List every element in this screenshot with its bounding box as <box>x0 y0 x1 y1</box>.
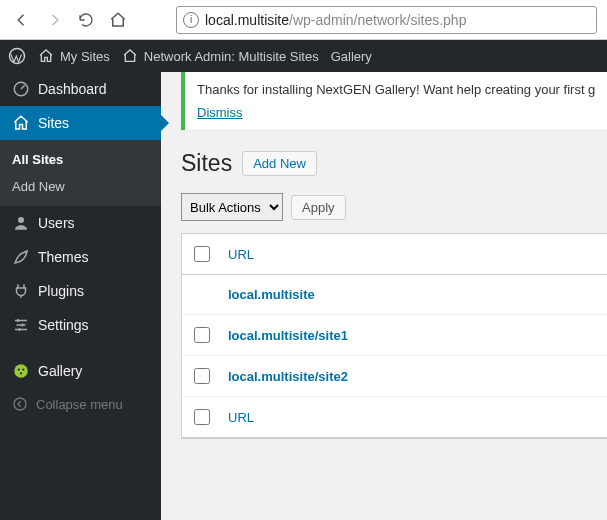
menu-plugins-label: Plugins <box>38 283 84 299</box>
menu-gallery[interactable]: Gallery <box>0 354 161 388</box>
menu-sites-submenu: All Sites Add New <box>0 140 161 206</box>
collapse-menu-label: Collapse menu <box>36 397 123 412</box>
menu-sites[interactable]: Sites <box>0 106 161 140</box>
url-bar[interactable]: i local.multisite/wp-admin/network/sites… <box>176 6 597 34</box>
menu-themes-label: Themes <box>38 249 89 265</box>
table-row: local.multisite/site1 <box>182 315 607 356</box>
wp-admin-bar: My Sites Network Admin: Multisite Sites … <box>0 40 607 72</box>
add-new-site-button[interactable]: Add New <box>242 151 317 176</box>
gallery-icon <box>12 362 30 380</box>
site-link[interactable]: local.multisite/site1 <box>228 328 348 343</box>
menu-sites-label: Sites <box>38 115 69 131</box>
wp-logo[interactable] <box>8 47 26 65</box>
url-text: local.multisite/wp-admin/network/sites.p… <box>205 12 466 28</box>
menu-dashboard[interactable]: Dashboard <box>0 72 161 106</box>
sites-table: URL local.multisite local.multisite/site… <box>181 233 607 439</box>
table-row: local.multisite <box>182 275 607 315</box>
submenu-add-new[interactable]: Add New <box>0 173 161 200</box>
admin-sidebar: Dashboard Sites All Sites Add New Users … <box>0 72 161 520</box>
menu-themes[interactable]: Themes <box>0 240 161 274</box>
plugins-icon <box>12 282 30 300</box>
back-button[interactable] <box>10 8 34 32</box>
menu-settings[interactable]: Settings <box>0 308 161 342</box>
menu-plugins[interactable]: Plugins <box>0 274 161 308</box>
collapse-menu[interactable]: Collapse menu <box>0 388 161 420</box>
content-area: Thanks for installing NextGEN Gallery! W… <box>161 72 607 520</box>
site-info-icon[interactable]: i <box>183 12 199 28</box>
menu-gallery-label: Gallery <box>38 363 82 379</box>
sites-icon <box>12 114 30 132</box>
notice-dismiss-link[interactable]: Dismiss <box>197 105 243 120</box>
svg-point-7 <box>14 398 26 410</box>
dashboard-icon <box>12 80 30 98</box>
home-button[interactable] <box>106 8 130 32</box>
table-header-row: URL <box>182 234 607 275</box>
select-all-checkbox[interactable] <box>194 246 210 262</box>
collapse-icon <box>12 396 28 412</box>
adminbar-my-sites-label: My Sites <box>60 49 110 64</box>
notice-text: Thanks for installing NextGEN Gallery! W… <box>197 82 595 97</box>
site-link[interactable]: local.multisite/site2 <box>228 369 348 384</box>
svg-point-3 <box>14 364 28 378</box>
submenu-all-sites[interactable]: All Sites <box>0 146 161 173</box>
svg-point-2 <box>18 217 24 223</box>
svg-point-4 <box>18 368 20 370</box>
forward-button[interactable] <box>42 8 66 32</box>
table-row: local.multisite/site2 <box>182 356 607 397</box>
users-icon <box>12 214 30 232</box>
apply-button[interactable]: Apply <box>291 195 346 220</box>
reload-button[interactable] <box>74 8 98 32</box>
settings-icon <box>12 316 30 334</box>
adminbar-gallery-label: Gallery <box>331 49 372 64</box>
row-checkbox[interactable] <box>194 327 210 343</box>
site-link[interactable]: local.multisite <box>228 287 315 302</box>
page-title: Sites <box>181 150 232 177</box>
select-all-footer-checkbox[interactable] <box>194 409 210 425</box>
admin-notice: Thanks for installing NextGEN Gallery! W… <box>181 72 607 130</box>
browser-toolbar: i local.multisite/wp-admin/network/sites… <box>0 0 607 40</box>
adminbar-network-admin[interactable]: Network Admin: Multisite Sites <box>122 48 319 64</box>
adminbar-gallery[interactable]: Gallery <box>331 49 372 64</box>
current-menu-arrow <box>161 115 169 131</box>
menu-settings-label: Settings <box>38 317 89 333</box>
bulk-actions-select[interactable]: Bulk Actions <box>181 193 283 221</box>
adminbar-network-admin-label: Network Admin: Multisite Sites <box>144 49 319 64</box>
svg-point-6 <box>20 372 22 374</box>
row-checkbox[interactable] <box>194 368 210 384</box>
svg-point-5 <box>22 368 24 370</box>
menu-users[interactable]: Users <box>0 206 161 240</box>
themes-icon <box>12 248 30 266</box>
column-url-footer[interactable]: URL <box>228 410 254 425</box>
menu-dashboard-label: Dashboard <box>38 81 107 97</box>
table-footer-row: URL <box>182 397 607 438</box>
column-url-header[interactable]: URL <box>228 247 254 262</box>
menu-users-label: Users <box>38 215 75 231</box>
adminbar-my-sites[interactable]: My Sites <box>38 48 110 64</box>
